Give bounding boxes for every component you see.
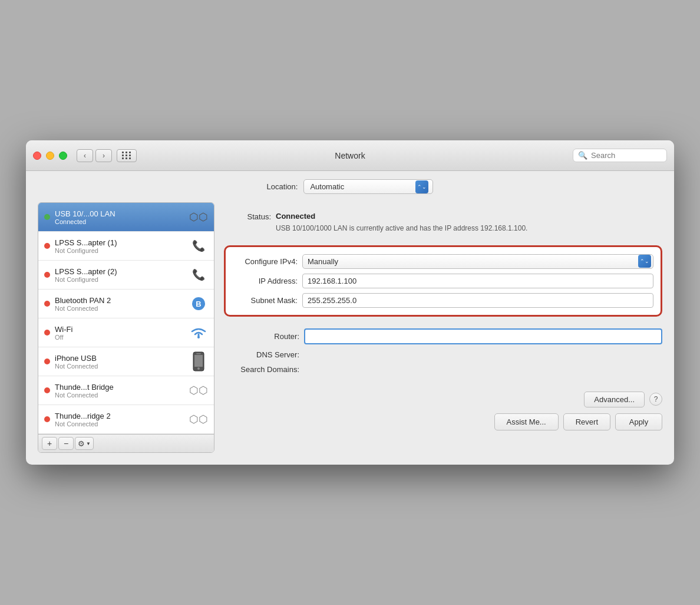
traffic-lights [33, 152, 67, 160]
location-select-wrapper: Automatic Edit Locations... ⌃⌄ [303, 179, 433, 194]
item-name-thunderbolt1: Thunde...t Bridge [55, 383, 184, 392]
search-domains-label: Search Domains: [224, 365, 299, 374]
dns-server-label: DNS Server: [224, 350, 299, 359]
phone-icon-lpss2: 📞 [189, 265, 208, 284]
sidebar-item-lpss2[interactable]: LPSS S...apter (2) Not Configured 📞 [38, 261, 214, 290]
search-icon: 🔍 [578, 151, 587, 160]
plus-icon: + [47, 439, 52, 448]
network-window: ‹ › Network 🔍 Location: Automatic Edit L… [26, 140, 674, 465]
minus-icon: − [64, 439, 68, 448]
gear-dropdown-icon: ▼ [86, 441, 91, 446]
revert-button[interactable]: Revert [563, 413, 610, 430]
right-panel: Status: Connected USB 10/100/1000 LAN is… [224, 202, 662, 453]
configure-ipv4-row: Configure IPv4: Manually Using DHCP Usin… [233, 254, 653, 269]
subnet-mask-row: Subnet Mask: [233, 293, 653, 308]
status-value: Connected [276, 212, 315, 221]
ipv4-form: Configure IPv4: Manually Using DHCP Usin… [224, 245, 662, 317]
item-status-lpss2: Not Configured [55, 276, 184, 283]
apply-button[interactable]: Apply [615, 413, 662, 430]
outside-form: Router: DNS Server: Search Domains: [224, 328, 662, 380]
remove-network-button[interactable]: − [58, 437, 74, 450]
search-input[interactable] [591, 151, 662, 160]
router-row: Router: [224, 328, 662, 344]
assist-me-button[interactable]: Assist Me... [494, 413, 559, 430]
status-dot-red-bt [44, 301, 50, 307]
gear-menu-button[interactable]: ⚙ ▼ [75, 437, 94, 450]
location-label: Location: [267, 182, 298, 191]
configure-ipv4-select[interactable]: Manually Using DHCP Using DHCP with manu… [302, 254, 653, 269]
search-box[interactable]: 🔍 [573, 149, 667, 162]
location-select[interactable]: Automatic Edit Locations... [303, 179, 433, 194]
item-status-thunderbolt1: Not Connected [55, 392, 184, 399]
sidebar-item-usb-lan[interactable]: USB 10/...00 LAN Connected ⬡⬡ [38, 203, 214, 232]
sidebar-item-thunderbolt1[interactable]: Thunde...t Bridge Not Connected ⬡⬡ [38, 376, 214, 405]
thunderbolt2-icon: ⬡⬡ [189, 410, 208, 429]
window-title: Network [335, 151, 365, 160]
advanced-row: Advanced... ? [224, 392, 662, 407]
item-name-thunderbolt2: Thunde...ridge 2 [55, 412, 184, 420]
forward-button[interactable]: › [95, 149, 112, 162]
ip-address-label: IP Address: [233, 277, 298, 285]
status-dot-red-iphone [44, 359, 50, 364]
ip-address-input[interactable] [302, 274, 653, 288]
item-status-lpss1: Not Configured [55, 247, 184, 254]
titlebar: ‹ › Network 🔍 [26, 140, 674, 171]
status-dot-red-wifi [44, 330, 50, 336]
wifi-icon [189, 323, 208, 342]
minimize-button[interactable] [46, 152, 54, 160]
item-status-iphone-usb: Not Connected [55, 363, 184, 370]
status-label: Status: [224, 212, 271, 221]
item-name-lpss2: LPSS S...apter (2) [55, 267, 184, 276]
svg-point-4 [197, 367, 200, 370]
sidebar-list: USB 10/...00 LAN Connected ⬡⬡ LPSS S...a… [38, 203, 214, 434]
item-name-wifi: Wi-Fi [55, 325, 184, 334]
item-name-usb-lan: USB 10/...00 LAN [55, 209, 184, 218]
nav-buttons: ‹ › [77, 149, 112, 162]
ethernet-icon: ⬡⬡ [189, 208, 208, 226]
status-dot-red [44, 243, 50, 249]
svg-rect-3 [194, 355, 203, 367]
status-description: USB 10/100/1000 LAN is currently active … [276, 223, 662, 234]
close-button[interactable] [33, 152, 41, 160]
sidebar-item-lpss1[interactable]: LPSS S...apter (1) Not Configured 📞 [38, 232, 214, 261]
configure-ipv4-label: Configure IPv4: [233, 257, 298, 266]
bottom-section: Advanced... ? Assist Me... Revert Apply [224, 392, 662, 430]
status-dot-red-lpss2 [44, 272, 50, 278]
sidebar-item-bluetooth[interactable]: Bluetooth PAN 2 Not Connected B [38, 290, 214, 318]
add-network-button[interactable]: + [42, 437, 57, 450]
forward-icon: › [103, 152, 105, 160]
action-row: Assist Me... Revert Apply [224, 413, 662, 430]
item-name-iphone-usb: iPhone USB [55, 354, 184, 363]
phone-icon-lpss1: 📞 [189, 236, 208, 255]
subnet-mask-input[interactable] [302, 293, 653, 308]
bluetooth-icon: B [192, 297, 205, 310]
advanced-button[interactable]: Advanced... [584, 392, 645, 407]
sidebar-item-wifi[interactable]: Wi-Fi Off [38, 318, 214, 347]
status-dot-red-tb1 [44, 387, 50, 393]
sidebar: USB 10/...00 LAN Connected ⬡⬡ LPSS S...a… [38, 202, 214, 453]
status-section: Status: Connected USB 10/100/1000 LAN is… [224, 202, 662, 234]
location-bar: Location: Automatic Edit Locations... ⌃⌄ [26, 171, 674, 202]
ip-address-row: IP Address: [233, 274, 653, 288]
router-input[interactable] [304, 328, 662, 344]
main-content: USB 10/...00 LAN Connected ⬡⬡ LPSS S...a… [38, 202, 662, 453]
item-status-usb-lan: Connected [55, 218, 184, 225]
status-dot-green [44, 214, 50, 220]
help-button[interactable]: ? [649, 393, 662, 406]
grid-icon [122, 152, 131, 159]
sidebar-item-thunderbolt2[interactable]: Thunde...ridge 2 Not Connected ⬡⬡ [38, 405, 214, 434]
item-status-wifi: Off [55, 334, 184, 341]
thunderbolt1-icon: ⬡⬡ [189, 381, 208, 400]
back-icon: ‹ [84, 152, 86, 160]
sidebar-item-iphone-usb[interactable]: iPhone USB Not Connected [38, 347, 214, 376]
dns-server-row: DNS Server: [224, 350, 662, 359]
grid-button[interactable] [117, 149, 137, 162]
back-button[interactable]: ‹ [77, 149, 93, 162]
gear-icon: ⚙ [78, 439, 85, 448]
svg-point-0 [197, 336, 200, 338]
maximize-button[interactable] [59, 152, 67, 160]
svg-rect-2 [196, 353, 201, 354]
subnet-mask-label: Subnet Mask: [233, 296, 298, 305]
item-name-lpss1: LPSS S...apter (1) [55, 238, 184, 247]
router-label: Router: [224, 332, 299, 341]
